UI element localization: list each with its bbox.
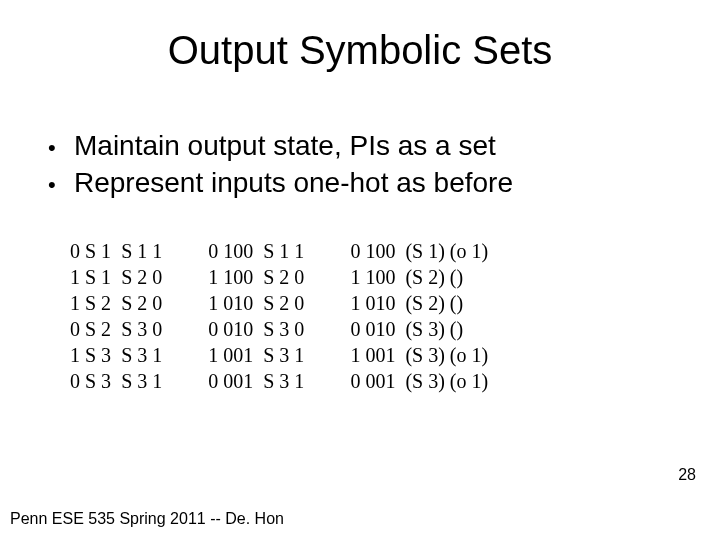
- table-row: 0 010S 3 0: [208, 316, 304, 342]
- cell: S 2 0: [263, 264, 304, 290]
- cell: 0 100: [350, 238, 395, 264]
- cell: (S 2) (): [405, 290, 463, 316]
- cell: (S 3) (o 1): [405, 342, 488, 368]
- cell: S 3 1: [121, 368, 162, 394]
- cell: 1 S 2: [70, 290, 111, 316]
- cell: S 3 0: [121, 316, 162, 342]
- slide: Output Symbolic Sets • Maintain output s…: [0, 0, 720, 540]
- table-row: 0 010(S 3) (): [350, 316, 488, 342]
- cell: 1 S 1: [70, 264, 111, 290]
- table-row: 1 001(S 3) (o 1): [350, 342, 488, 368]
- cell: 0 S 3: [70, 368, 111, 394]
- page-number: 28: [678, 466, 696, 484]
- table-row: 0 001(S 3) (o 1): [350, 368, 488, 394]
- cell: 1 010: [350, 290, 395, 316]
- table-row: 0 100(S 1) (o 1): [350, 238, 488, 264]
- bullet-dot-icon: •: [48, 171, 74, 199]
- cell: 0 100: [208, 238, 253, 264]
- cell: S 3 1: [121, 342, 162, 368]
- bullet-item: • Represent inputs one-hot as before: [48, 165, 513, 200]
- cell: S 2 0: [121, 264, 162, 290]
- table-row: 0 001S 3 1: [208, 368, 304, 394]
- cell: 0 001: [208, 368, 253, 394]
- cell: S 2 0: [263, 290, 304, 316]
- table-row: 0 100S 1 1: [208, 238, 304, 264]
- table-3: 0 100(S 1) (o 1) 1 100(S 2) () 1 010(S 2…: [350, 238, 488, 394]
- table-row: 1 S 2S 2 0: [70, 290, 162, 316]
- cell: (S 1) (o 1): [405, 238, 488, 264]
- table-row: 1 100(S 2) (): [350, 264, 488, 290]
- slide-title: Output Symbolic Sets: [0, 28, 720, 73]
- cell: (S 2) (): [405, 264, 463, 290]
- cell: 0 001: [350, 368, 395, 394]
- cell: 0 010: [208, 316, 253, 342]
- table-row: 1 100S 2 0: [208, 264, 304, 290]
- cell: 1 S 3: [70, 342, 111, 368]
- cell: 1 010: [208, 290, 253, 316]
- cell: 1 001: [208, 342, 253, 368]
- cell: S 1 1: [121, 238, 162, 264]
- cell: 0 S 1: [70, 238, 111, 264]
- cell: (S 3) (o 1): [405, 368, 488, 394]
- table-row: 1 010S 2 0: [208, 290, 304, 316]
- cell: 0 S 2: [70, 316, 111, 342]
- cell: S 1 1: [263, 238, 304, 264]
- bullet-list: • Maintain output state, PIs as a set • …: [48, 128, 513, 202]
- table-row: 0 S 3S 3 1: [70, 368, 162, 394]
- footer-text: Penn ESE 535 Spring 2011 -- De. Hon: [10, 510, 284, 528]
- table-row: 1 010(S 2) (): [350, 290, 488, 316]
- table-1: 0 S 1S 1 1 1 S 1S 2 0 1 S 2S 2 0 0 S 2S …: [70, 238, 162, 394]
- cell: 1 100: [208, 264, 253, 290]
- cell: S 2 0: [121, 290, 162, 316]
- bullet-item: • Maintain output state, PIs as a set: [48, 128, 513, 163]
- tables-area: 0 S 1S 1 1 1 S 1S 2 0 1 S 2S 2 0 0 S 2S …: [70, 238, 670, 394]
- bullet-dot-icon: •: [48, 134, 74, 162]
- table-row: 1 001S 3 1: [208, 342, 304, 368]
- cell: S 3 0: [263, 316, 304, 342]
- cell: (S 3) (): [405, 316, 463, 342]
- cell: S 3 1: [263, 342, 304, 368]
- cell: S 3 1: [263, 368, 304, 394]
- cell: 0 010: [350, 316, 395, 342]
- table-row: 0 S 1S 1 1: [70, 238, 162, 264]
- bullet-text: Represent inputs one-hot as before: [74, 165, 513, 200]
- table-2: 0 100S 1 1 1 100S 2 0 1 010S 2 0 0 010S …: [208, 238, 304, 394]
- cell: 1 001: [350, 342, 395, 368]
- table-row: 1 S 3S 3 1: [70, 342, 162, 368]
- table-row: 0 S 2S 3 0: [70, 316, 162, 342]
- table-row: 1 S 1S 2 0: [70, 264, 162, 290]
- cell: 1 100: [350, 264, 395, 290]
- bullet-text: Maintain output state, PIs as a set: [74, 128, 496, 163]
